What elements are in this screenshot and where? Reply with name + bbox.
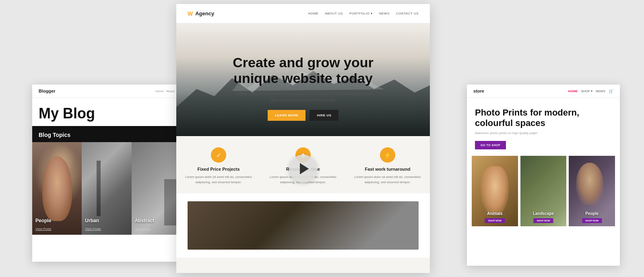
people-label: People [569,211,615,216]
landscape-label: Landscape [520,211,567,216]
agency-hero-buttons: LEARN MORE HIRE US [233,110,374,121]
agency-logo-icon: W [188,10,193,17]
store-nav-shop[interactable]: SHOP ▾ [581,89,592,93]
agency-header: W Agency HOME ABOUT US PORTFOLIO ▾ NEWS … [176,4,430,23]
blogger-cards-row: People View Posts Urban View Posts Abstr… [32,142,181,235]
checkmark-icon: ✓ [211,147,226,163]
blogger-logo: Blogger [39,89,56,93]
feature-fixed-price: ✓ Fixed Price Projects Lorem ipsum dolor… [176,147,261,185]
feature-fixed-price-desc: Lorem ipsum dolor sit amet elit do, cons… [181,175,256,185]
blogger-card-label-abstract: Abstract [135,218,155,223]
store-header: store HOME SHOP ▾ NEWS 🛒 [467,85,620,98]
agency-card: W Agency HOME ABOUT US PORTFOLIO ▾ NEWS … [176,4,430,273]
agency-hero-title-line2: unique website today [233,70,373,86]
blogger-card-people[interactable]: People View Posts [32,142,82,235]
agency-nav-portfolio[interactable]: PORTFOLIO ▾ [349,12,373,15]
blogger-card-abstract[interactable]: Abstract View Posts [132,142,181,235]
blogger-nav: Home About [155,89,175,93]
store-card: store HOME SHOP ▾ NEWS 🛒 Photo Prints fo… [467,85,620,266]
store-logo: store [473,89,484,93]
cart-icon[interactable]: 🛒 [609,89,613,93]
hire-us-button[interactable]: HIRE US [310,110,339,121]
agency-hero-sub: Programmatically work but low hanging fr… [235,91,372,103]
feature-fixed-price-title: Fixed Price Projects [181,167,256,172]
lightning-icon: ⚡ [380,147,395,163]
store-img-animals[interactable]: Animals SHOP NOW [472,156,518,226]
feature-fast-work: ⚡ Fast work turnaround Lorem ipsum dolor… [345,147,430,185]
blogger-card-urban[interactable]: Urban View Posts [82,142,131,235]
store-nav-home[interactable]: HOME [568,89,578,93]
store-title-line2: colourful spaces [475,118,545,128]
blogger-card: Blogger Home About My Blog Blog Topics P… [32,85,181,262]
blogger-nav-home[interactable]: Home [155,89,164,93]
agency-hero-title-line1: Create and grow your [233,55,374,70]
blogger-header: Blogger Home About [32,85,181,98]
store-title: Photo Prints for modern, colourful space… [475,107,612,129]
learn-more-button[interactable]: LEARN MORE [268,110,306,121]
agency-nav-contact[interactable]: CONTACT US [396,12,419,15]
blogger-card-label-people: People [35,218,51,223]
blogger-nav-about[interactable]: About [166,89,175,93]
store-images: Animals SHOP NOW Landscape SHOP NOW Peop… [467,156,620,231]
blogger-topics-label: Blog Topics [32,132,181,142]
store-nav: HOME SHOP ▾ NEWS 🛒 [568,89,613,93]
store-title-line1: Photo Prints for modern, [475,107,579,118]
agency-hero-title: Create and grow your unique website toda… [233,55,374,86]
store-img-people[interactable]: People SHOP NOW [569,156,615,226]
store-nav-news[interactable]: NEWS [596,89,605,93]
agency-bottom [176,193,430,258]
agency-logo-text: Agency [195,10,214,17]
blogger-card-label-urban: Urban [85,218,99,223]
store-content: Photo Prints for modern, colourful space… [467,98,620,156]
landscape-shop-button[interactable]: SHOP NOW [533,218,553,223]
blogger-card-link-abstract[interactable]: View Posts [135,227,151,231]
agency-nav: HOME ABOUT US PORTFOLIO ▾ NEWS CONTACT U… [308,12,419,15]
store-img-landscape[interactable]: Landscape SHOP NOW [520,156,567,226]
animals-label: Animals [472,211,518,216]
go-to-shop-button[interactable]: GO TO SHOP [475,141,506,149]
blogger-title: My Blog [32,98,181,126]
agency-nav-about[interactable]: ABOUT US [325,12,343,15]
play-button[interactable] [289,155,317,183]
feature-fast-work-desc: Lorem ipsum dolor sit amet elit do, cons… [350,175,425,185]
agency-nav-home[interactable]: HOME [308,12,318,15]
animals-shop-button[interactable]: SHOP NOW [485,218,505,223]
store-sub: Awesome photo prints on high-quality pap… [475,131,612,135]
agency-hero: Create and grow your unique website toda… [176,23,430,136]
people-shop-button[interactable]: SHOP NOW [582,218,602,223]
agency-hero-text: Create and grow your unique website toda… [233,39,374,121]
agency-bottom-image [188,201,419,250]
blogger-topics-section: Blog Topics People View Posts Urban View… [32,126,181,235]
agency-logo: W Agency [188,10,214,17]
blogger-card-link-urban[interactable]: View Posts [85,227,101,231]
blogger-card-link-people[interactable]: View Posts [35,227,51,231]
feature-fast-work-title: Fast work turnaround [350,167,425,172]
agency-nav-news[interactable]: NEWS [379,12,390,15]
